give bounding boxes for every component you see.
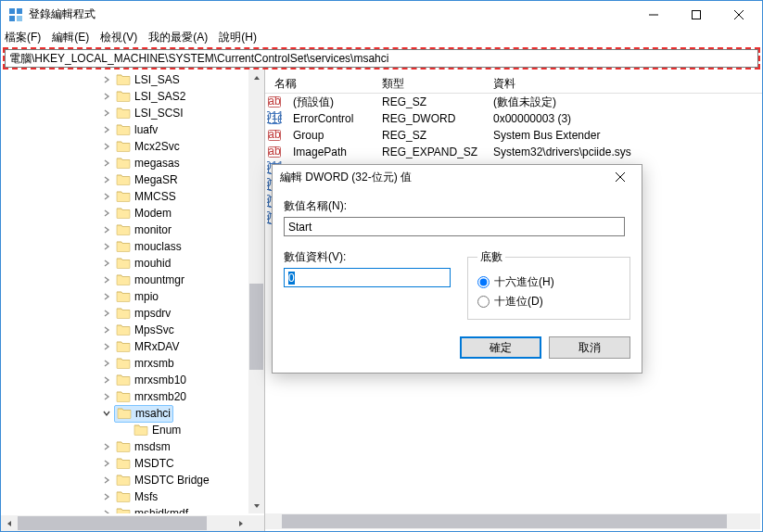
tree-item[interactable]: mrxsmb10 (1, 372, 264, 388)
tree-expander-icon[interactable] (101, 124, 112, 135)
list-item[interactable]: ab(預設值)REG_SZ(數值未設定) (265, 94, 762, 110)
tree-item[interactable]: mshidkmdf (1, 505, 264, 513)
tree-expander-icon[interactable] (101, 141, 112, 152)
list-scrollbar-horizontal[interactable] (265, 513, 760, 529)
radio-hex[interactable] (477, 276, 490, 288)
menu-edit[interactable]: 編輯(E) (52, 30, 89, 45)
scrollbar-thumb[interactable] (282, 514, 727, 528)
dialog-title: 編輯 DWORD (32-位元) 值 (280, 170, 412, 185)
column-name[interactable]: 名稱 (265, 73, 373, 93)
menu-view[interactable]: 檢視(V) (100, 30, 137, 45)
tree-expander-icon[interactable] (101, 274, 112, 285)
tree-item[interactable]: Modem (1, 205, 264, 222)
tree-item[interactable]: MRxDAV (1, 338, 264, 355)
tree-item[interactable]: msdsm (1, 438, 264, 455)
address-bar[interactable] (5, 49, 758, 68)
scroll-down-arrow-icon[interactable] (248, 498, 264, 513)
tree-item[interactable]: Enum (1, 422, 264, 438)
minimize-button[interactable] (632, 1, 675, 28)
tree-expander-icon[interactable] (101, 308, 112, 319)
tree-item[interactable]: LSI_SCSI (1, 105, 264, 121)
radio-dec-row[interactable]: 十進位(D) (477, 294, 620, 310)
column-type[interactable]: 類型 (373, 73, 484, 93)
tree-expander-icon[interactable] (101, 341, 112, 352)
close-button[interactable] (718, 1, 760, 28)
tree-item[interactable]: Msfs (1, 488, 264, 505)
tree-expander-icon[interactable] (101, 441, 112, 452)
scrollbar-thumb[interactable] (249, 284, 263, 370)
tree-item[interactable]: mouclass (1, 238, 264, 255)
tree-expander-icon[interactable] (101, 191, 112, 202)
tree-item[interactable]: mpio (1, 288, 264, 305)
tree-expander-icon[interactable] (101, 258, 112, 269)
tree-scrollbar-horizontal[interactable] (1, 515, 248, 531)
radio-dec[interactable] (477, 296, 490, 308)
tree-expander-icon[interactable] (101, 74, 112, 85)
tree-item[interactable]: mrxsmb (1, 355, 264, 372)
folder-icon (116, 356, 131, 372)
tree-scrollbar-vertical[interactable] (248, 70, 264, 513)
list-item[interactable]: abImagePathREG_EXPAND_SZSystem32\drivers… (265, 144, 762, 160)
tree-item[interactable]: Mcx2Svc (1, 138, 264, 155)
tree-item[interactable]: MSDTC (1, 455, 264, 472)
value-data-input[interactable] (284, 268, 451, 287)
menu-file[interactable]: 檔案(F) (5, 30, 41, 45)
value-data: System32\drivers\pciide.sys (484, 146, 762, 158)
tree-expander-icon[interactable] (101, 391, 112, 402)
dialog-title-bar[interactable]: 編輯 DWORD (32-位元) 值 (273, 165, 642, 189)
tree-expander-icon[interactable] (101, 408, 112, 419)
tree-expander-icon[interactable] (101, 358, 112, 369)
tree-expander-icon[interactable] (101, 458, 112, 469)
tree-item[interactable]: megasas (1, 155, 264, 171)
maximize-button[interactable] (675, 1, 718, 28)
menu-help[interactable]: 說明(H) (219, 30, 257, 45)
menu-favorites[interactable]: 我的最愛(A) (148, 30, 208, 45)
value-type-icon: ab (267, 128, 282, 143)
tree-expander-icon[interactable] (101, 174, 112, 185)
value-name-input[interactable] (284, 217, 625, 236)
radio-hex-row[interactable]: 十六進位(H) (477, 274, 620, 290)
svg-rect-0 (9, 8, 15, 14)
folder-icon (116, 339, 131, 355)
tree-expander-icon[interactable] (101, 91, 112, 102)
list-item[interactable]: abGroupREG_SZSystem Bus Extender (265, 127, 762, 144)
tree-item[interactable]: MegaSR (1, 171, 264, 188)
value-type-icon: ab (267, 145, 282, 159)
scroll-up-arrow-icon[interactable] (248, 70, 264, 85)
tree-item[interactable]: MSDTC Bridge (1, 472, 264, 488)
tree-item[interactable]: MMCSS (1, 188, 264, 205)
folder-icon (116, 239, 131, 255)
tree-expander-icon[interactable] (101, 291, 112, 302)
column-data[interactable]: 資料 (484, 73, 762, 93)
tree-expander-icon[interactable] (101, 508, 112, 513)
dialog-close-button[interactable] (606, 166, 634, 188)
tree-expander-icon[interactable] (101, 324, 112, 336)
tree-expander-icon[interactable] (101, 241, 112, 252)
scroll-left-arrow-icon[interactable] (1, 515, 17, 531)
tree-expander-icon[interactable] (101, 108, 112, 119)
tree-item[interactable]: mouhid (1, 255, 264, 272)
ok-button[interactable]: 確定 (460, 336, 541, 359)
scroll-right-arrow-icon[interactable] (233, 515, 248, 531)
tree-expander-icon[interactable] (101, 491, 112, 502)
tree-expander-icon[interactable] (101, 224, 112, 235)
list-rows[interactable]: ab(預設值)REG_SZ(數值未設定)011110ErrorControlRE… (265, 94, 762, 160)
tree-item[interactable]: mpsdrv (1, 305, 264, 322)
tree-expander-icon[interactable] (101, 374, 112, 386)
tree-item[interactable]: LSI_SAS2 (1, 88, 264, 105)
tree-item[interactable]: mrxsmb20 (1, 388, 264, 405)
tree-item[interactable]: mountmgr (1, 272, 264, 288)
tree-item[interactable]: luafv (1, 121, 264, 138)
tree-expander-icon[interactable] (101, 208, 112, 219)
scrollbar-thumb[interactable] (18, 516, 207, 530)
tree[interactable]: LSI_SASLSI_SAS2LSI_SCSIluafvMcx2Svcmegas… (1, 70, 264, 513)
folder-icon (116, 172, 131, 188)
tree-item[interactable]: MpsSvc (1, 322, 264, 338)
tree-item[interactable]: msahci (1, 405, 264, 422)
tree-item[interactable]: monitor (1, 222, 264, 238)
tree-item[interactable]: LSI_SAS (1, 71, 264, 88)
cancel-button[interactable]: 取消 (549, 336, 630, 359)
tree-expander-icon[interactable] (101, 158, 112, 169)
tree-expander-icon[interactable] (101, 475, 112, 486)
list-item[interactable]: 011110ErrorControlREG_DWORD0x00000003 (3… (265, 110, 762, 127)
